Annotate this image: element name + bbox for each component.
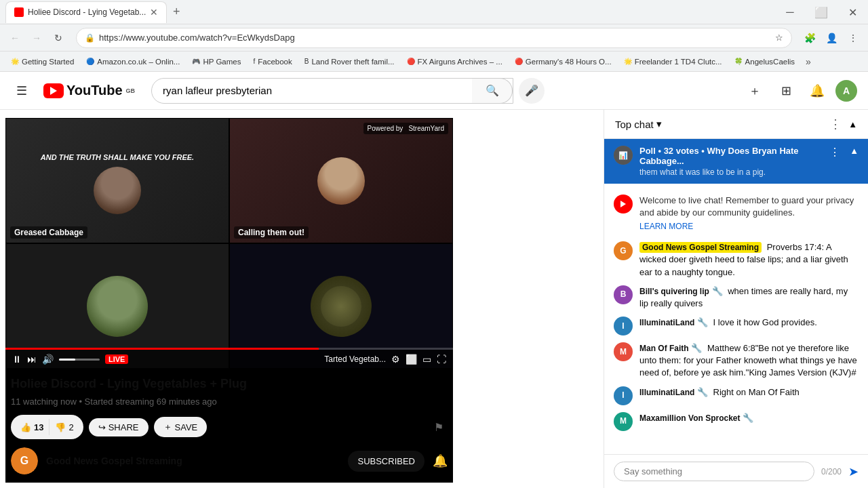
bookmark-hp-games[interactable]: 🎮 HP Games bbox=[186, 56, 246, 68]
profile-button[interactable]: 👤 bbox=[822, 28, 841, 47]
poll-menu-button[interactable]: ⋮ bbox=[829, 146, 840, 159]
video-grid: AND THE TRUTH SHALL MAKE YOU FREE. Greas… bbox=[5, 118, 453, 369]
msg-avatar-2: B bbox=[614, 285, 633, 304]
menu-button[interactable]: ☰ bbox=[11, 78, 33, 104]
msg-username-5[interactable]: IlluminatiLand bbox=[639, 388, 694, 397]
flag-button[interactable]: ⚑ bbox=[430, 417, 448, 438]
msg-avatar-3: I bbox=[614, 317, 633, 336]
video-meta: 11 watching now • Started streaming 69 m… bbox=[11, 396, 448, 407]
bookmark-germany[interactable]: 🔴 Germany's 48 Hours O... bbox=[509, 56, 617, 68]
poll-subtitle: them what it was like to be in a pig. bbox=[639, 167, 823, 177]
chat-message-1: G Good News Gospel Streaming Proverbs 17… bbox=[604, 238, 868, 282]
notifications-button[interactable]: 🔔 bbox=[804, 78, 830, 104]
address-text: https://www.youtube.com/watch?v=EcWkydsD… bbox=[99, 33, 771, 43]
extensions-button[interactable]: 🧩 bbox=[800, 28, 819, 47]
browser-tab[interactable]: Holiee Discord - Lying Vegetab... ✕ bbox=[5, 1, 167, 23]
like-button[interactable]: 👍 13 👎 2 bbox=[11, 415, 83, 439]
bookmarks-more-button[interactable]: » bbox=[802, 54, 815, 69]
msg-avatar-6: M bbox=[614, 412, 633, 431]
video-controls: ⏸ ⏭ 🔊 LIVE Tarted Vegetab... ⚙ ⬜ ▭ ⛶ bbox=[5, 350, 453, 369]
search-input[interactable] bbox=[152, 79, 472, 103]
close-button[interactable]: ✕ bbox=[837, 0, 868, 24]
chat-send-button[interactable]: ➤ bbox=[848, 464, 859, 479]
chat-more-button[interactable]: ⋮ bbox=[829, 117, 842, 131]
chat-message-5: I IlluminatiLand 🔧 Right on Man Of Faith bbox=[604, 383, 868, 409]
channel-avatar: G bbox=[11, 447, 38, 474]
create-button[interactable]: ＋ bbox=[742, 78, 768, 104]
user-avatar[interactable]: A bbox=[835, 80, 857, 102]
progress-bar[interactable] bbox=[5, 348, 453, 350]
bookmark-label: FX Airguns Archives – ... bbox=[418, 58, 502, 66]
tab-close-button[interactable]: ✕ bbox=[150, 7, 158, 18]
bookmark-getting-started[interactable]: 🌟 Getting Started bbox=[5, 56, 79, 68]
msg-username-3[interactable]: IlluminatiLand bbox=[639, 318, 694, 327]
miniplayer-button[interactable]: ⬜ bbox=[406, 354, 417, 365]
msg-content-1: Good News Gospel Streaming Proverbs 17:4… bbox=[639, 241, 859, 279]
back-button[interactable]: ← bbox=[5, 28, 24, 47]
msg-text-5: Right on Man Of Faith bbox=[713, 387, 800, 397]
chat-header: Top chat ▾ ⋮ ▲ bbox=[604, 110, 868, 139]
bookmark-amazon[interactable]: 🔵 Amazon.co.uk – Onlin... bbox=[81, 56, 185, 68]
poll-votes: Poll • bbox=[639, 146, 664, 156]
star-icon[interactable]: ☆ bbox=[775, 33, 783, 43]
voice-search-button[interactable]: 🎤 bbox=[519, 78, 545, 104]
bookmark-facebook[interactable]: f Facebook bbox=[248, 56, 297, 68]
browser-titlebar: Holiee Discord - Lying Vegetab... ✕ + ─ … bbox=[0, 0, 868, 24]
bookmark-angelus[interactable]: 🍀 AngelusCaelis bbox=[729, 56, 801, 68]
search-bar: 🔍 bbox=[151, 78, 513, 104]
content-area: AND THE TRUTH SHALL MAKE YOU FREE. Greas… bbox=[0, 110, 604, 488]
bookmark-label: Land Rover theft famil... bbox=[311, 58, 394, 66]
volume-icon[interactable]: 🔊 bbox=[42, 354, 54, 365]
settings-button[interactable]: ⚙ bbox=[391, 354, 400, 365]
bookmark-label: Facebook bbox=[258, 58, 292, 66]
channel-avatar-svg: G bbox=[11, 447, 38, 474]
search-button[interactable]: 🔍 bbox=[472, 78, 513, 104]
msg-username-1[interactable]: Good News Gospel Streaming bbox=[639, 242, 762, 253]
subscribe-button[interactable]: SUBSCRIBED bbox=[348, 451, 425, 472]
bookmark-land-rover[interactable]: B Land Rover theft famil... bbox=[299, 56, 400, 68]
poll-close-button[interactable]: ▲ bbox=[850, 146, 859, 156]
system-message: Welcome to live chat! Remember to guard … bbox=[604, 189, 868, 238]
apps-button[interactable]: ⊞ bbox=[773, 78, 799, 104]
chat-character-counter: 0/200 bbox=[821, 467, 842, 476]
theater-button[interactable]: ▭ bbox=[422, 354, 431, 365]
play-pause-button[interactable]: ⏸ bbox=[12, 354, 22, 365]
msg-username-6[interactable]: Maxamillion Von Sprocket bbox=[639, 413, 740, 423]
chat-message-6: M Maxamillion Von Sprocket 🔧 bbox=[604, 409, 868, 434]
minimize-button[interactable]: ─ bbox=[774, 0, 806, 24]
reload-button[interactable]: ↻ bbox=[49, 28, 68, 47]
youtube-logo[interactable]: YouTube GB bbox=[43, 83, 135, 98]
bookmark-fx-airguns[interactable]: 🔴 FX Airguns Archives – ... bbox=[401, 56, 508, 68]
menu-button[interactable]: ⋮ bbox=[844, 28, 863, 47]
fullscreen-button[interactable]: ⛶ bbox=[437, 354, 446, 365]
msg-avatar-1: G bbox=[614, 241, 633, 260]
video-cell-top-right: Powered by StreamYard Calling them out! bbox=[229, 118, 453, 243]
share-button[interactable]: ↪ SHARE bbox=[89, 418, 149, 436]
streamyard-badge: Powered by StreamYard bbox=[363, 123, 448, 134]
learn-more-link[interactable]: LEARN MORE bbox=[639, 221, 859, 232]
notifications-bell-button[interactable]: 🔔 bbox=[433, 453, 448, 468]
volume-bar[interactable] bbox=[59, 359, 100, 361]
share-label: SHARE bbox=[108, 422, 139, 432]
skip-button[interactable]: ⏭ bbox=[27, 354, 37, 365]
channel-name[interactable]: Good News Gospel Streaming bbox=[46, 455, 182, 466]
chat-collapse-button[interactable]: ▲ bbox=[848, 119, 857, 129]
msg-username-2[interactable]: Bill's quivering lip bbox=[639, 287, 709, 296]
chat-title: Top chat ▾ bbox=[615, 118, 662, 130]
forward-button[interactable]: → bbox=[27, 28, 46, 47]
address-bar[interactable]: 🔒 https://www.youtube.com/watch?v=EcWkyd… bbox=[76, 28, 792, 48]
chat-dropdown-icon[interactable]: ▾ bbox=[656, 118, 662, 130]
video-overlay-text: AND THE TRUTH SHALL MAKE YOU FREE. bbox=[35, 148, 199, 167]
msg-username-4[interactable]: Man Of Faith bbox=[639, 344, 689, 353]
chat-input[interactable] bbox=[614, 462, 814, 481]
video-cell-top-left: AND THE TRUTH SHALL MAKE YOU FREE. Greas… bbox=[5, 118, 229, 243]
maximize-button[interactable]: ⬜ bbox=[806, 0, 837, 24]
new-tab-button[interactable]: + bbox=[167, 3, 186, 22]
save-button[interactable]: ＋ SAVE bbox=[154, 417, 208, 437]
chat-messages: Welcome to live chat! Remember to guard … bbox=[604, 184, 868, 454]
bottom-right-logo bbox=[311, 276, 372, 337]
bookmark-freelander[interactable]: 🌟 Freelander 1 TD4 Clutc... bbox=[618, 56, 728, 68]
video-title: Holiee Discord - Lying Vegetables + Plug bbox=[11, 377, 448, 391]
bookmark-label: Germany's 48 Hours O... bbox=[526, 58, 612, 66]
video-player[interactable]: AND THE TRUTH SHALL MAKE YOU FREE. Greas… bbox=[5, 118, 453, 369]
